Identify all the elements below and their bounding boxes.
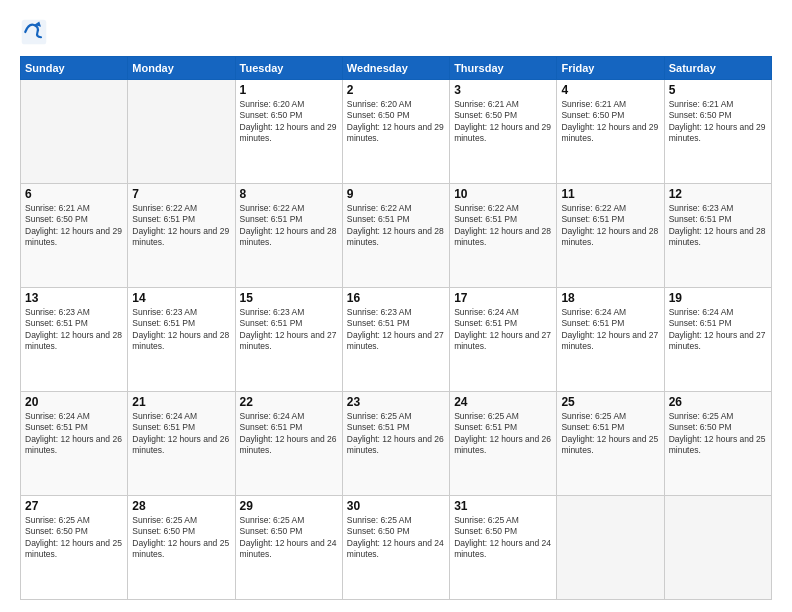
day-info: Sunrise: 6:25 AMSunset: 6:50 PMDaylight:… [240, 515, 338, 561]
day-info: Sunrise: 6:23 AMSunset: 6:51 PMDaylight:… [132, 307, 230, 353]
calendar-cell: 18Sunrise: 6:24 AMSunset: 6:51 PMDayligh… [557, 288, 664, 392]
day-header-friday: Friday [557, 57, 664, 80]
calendar-cell: 28Sunrise: 6:25 AMSunset: 6:50 PMDayligh… [128, 496, 235, 600]
day-number: 26 [669, 395, 767, 409]
calendar-cell: 3Sunrise: 6:21 AMSunset: 6:50 PMDaylight… [450, 80, 557, 184]
calendar-cell [128, 80, 235, 184]
day-number: 25 [561, 395, 659, 409]
day-info: Sunrise: 6:25 AMSunset: 6:50 PMDaylight:… [132, 515, 230, 561]
day-info: Sunrise: 6:23 AMSunset: 6:51 PMDaylight:… [240, 307, 338, 353]
calendar-cell: 27Sunrise: 6:25 AMSunset: 6:50 PMDayligh… [21, 496, 128, 600]
calendar-header-row: SundayMondayTuesdayWednesdayThursdayFrid… [21, 57, 772, 80]
day-header-wednesday: Wednesday [342, 57, 449, 80]
day-info: Sunrise: 6:24 AMSunset: 6:51 PMDaylight:… [454, 307, 552, 353]
day-number: 11 [561, 187, 659, 201]
calendar-cell: 25Sunrise: 6:25 AMSunset: 6:51 PMDayligh… [557, 392, 664, 496]
day-info: Sunrise: 6:24 AMSunset: 6:51 PMDaylight:… [669, 307, 767, 353]
day-header-sunday: Sunday [21, 57, 128, 80]
day-info: Sunrise: 6:24 AMSunset: 6:51 PMDaylight:… [25, 411, 123, 457]
day-info: Sunrise: 6:24 AMSunset: 6:51 PMDaylight:… [132, 411, 230, 457]
day-info: Sunrise: 6:22 AMSunset: 6:51 PMDaylight:… [561, 203, 659, 249]
calendar-cell [557, 496, 664, 600]
day-number: 6 [25, 187, 123, 201]
calendar-cell: 17Sunrise: 6:24 AMSunset: 6:51 PMDayligh… [450, 288, 557, 392]
day-number: 27 [25, 499, 123, 513]
day-number: 24 [454, 395, 552, 409]
calendar-cell: 26Sunrise: 6:25 AMSunset: 6:50 PMDayligh… [664, 392, 771, 496]
calendar-cell: 29Sunrise: 6:25 AMSunset: 6:50 PMDayligh… [235, 496, 342, 600]
calendar-cell: 20Sunrise: 6:24 AMSunset: 6:51 PMDayligh… [21, 392, 128, 496]
day-info: Sunrise: 6:20 AMSunset: 6:50 PMDaylight:… [347, 99, 445, 145]
day-info: Sunrise: 6:25 AMSunset: 6:50 PMDaylight:… [454, 515, 552, 561]
day-number: 9 [347, 187, 445, 201]
day-info: Sunrise: 6:25 AMSunset: 6:51 PMDaylight:… [454, 411, 552, 457]
calendar-cell [21, 80, 128, 184]
day-number: 28 [132, 499, 230, 513]
day-number: 5 [669, 83, 767, 97]
calendar-cell: 10Sunrise: 6:22 AMSunset: 6:51 PMDayligh… [450, 184, 557, 288]
page: SundayMondayTuesdayWednesdayThursdayFrid… [0, 0, 792, 612]
calendar-cell: 22Sunrise: 6:24 AMSunset: 6:51 PMDayligh… [235, 392, 342, 496]
day-number: 29 [240, 499, 338, 513]
calendar-cell: 23Sunrise: 6:25 AMSunset: 6:51 PMDayligh… [342, 392, 449, 496]
day-info: Sunrise: 6:23 AMSunset: 6:51 PMDaylight:… [347, 307, 445, 353]
calendar-cell: 5Sunrise: 6:21 AMSunset: 6:50 PMDaylight… [664, 80, 771, 184]
calendar-cell [664, 496, 771, 600]
day-number: 21 [132, 395, 230, 409]
day-number: 12 [669, 187, 767, 201]
week-row-4: 20Sunrise: 6:24 AMSunset: 6:51 PMDayligh… [21, 392, 772, 496]
calendar-cell: 14Sunrise: 6:23 AMSunset: 6:51 PMDayligh… [128, 288, 235, 392]
day-info: Sunrise: 6:22 AMSunset: 6:51 PMDaylight:… [454, 203, 552, 249]
calendar-cell: 24Sunrise: 6:25 AMSunset: 6:51 PMDayligh… [450, 392, 557, 496]
calendar-table: SundayMondayTuesdayWednesdayThursdayFrid… [20, 56, 772, 600]
day-number: 14 [132, 291, 230, 305]
day-info: Sunrise: 6:21 AMSunset: 6:50 PMDaylight:… [25, 203, 123, 249]
day-number: 13 [25, 291, 123, 305]
day-number: 19 [669, 291, 767, 305]
day-number: 1 [240, 83, 338, 97]
day-info: Sunrise: 6:24 AMSunset: 6:51 PMDaylight:… [240, 411, 338, 457]
calendar-cell: 11Sunrise: 6:22 AMSunset: 6:51 PMDayligh… [557, 184, 664, 288]
week-row-1: 1Sunrise: 6:20 AMSunset: 6:50 PMDaylight… [21, 80, 772, 184]
calendar-cell: 6Sunrise: 6:21 AMSunset: 6:50 PMDaylight… [21, 184, 128, 288]
day-info: Sunrise: 6:23 AMSunset: 6:51 PMDaylight:… [25, 307, 123, 353]
day-info: Sunrise: 6:25 AMSunset: 6:51 PMDaylight:… [561, 411, 659, 457]
day-number: 10 [454, 187, 552, 201]
day-number: 17 [454, 291, 552, 305]
day-number: 30 [347, 499, 445, 513]
week-row-2: 6Sunrise: 6:21 AMSunset: 6:50 PMDaylight… [21, 184, 772, 288]
header [20, 18, 772, 46]
calendar-cell: 4Sunrise: 6:21 AMSunset: 6:50 PMDaylight… [557, 80, 664, 184]
day-number: 3 [454, 83, 552, 97]
day-header-saturday: Saturday [664, 57, 771, 80]
day-info: Sunrise: 6:25 AMSunset: 6:50 PMDaylight:… [347, 515, 445, 561]
day-info: Sunrise: 6:20 AMSunset: 6:50 PMDaylight:… [240, 99, 338, 145]
calendar-cell: 8Sunrise: 6:22 AMSunset: 6:51 PMDaylight… [235, 184, 342, 288]
day-header-monday: Monday [128, 57, 235, 80]
week-row-3: 13Sunrise: 6:23 AMSunset: 6:51 PMDayligh… [21, 288, 772, 392]
day-header-thursday: Thursday [450, 57, 557, 80]
calendar-cell: 7Sunrise: 6:22 AMSunset: 6:51 PMDaylight… [128, 184, 235, 288]
day-number: 7 [132, 187, 230, 201]
day-header-tuesday: Tuesday [235, 57, 342, 80]
calendar-cell: 19Sunrise: 6:24 AMSunset: 6:51 PMDayligh… [664, 288, 771, 392]
day-info: Sunrise: 6:21 AMSunset: 6:50 PMDaylight:… [454, 99, 552, 145]
day-number: 20 [25, 395, 123, 409]
day-info: Sunrise: 6:22 AMSunset: 6:51 PMDaylight:… [240, 203, 338, 249]
day-number: 16 [347, 291, 445, 305]
logo [20, 18, 52, 46]
calendar-cell: 16Sunrise: 6:23 AMSunset: 6:51 PMDayligh… [342, 288, 449, 392]
day-number: 8 [240, 187, 338, 201]
calendar-cell: 9Sunrise: 6:22 AMSunset: 6:51 PMDaylight… [342, 184, 449, 288]
day-info: Sunrise: 6:23 AMSunset: 6:51 PMDaylight:… [669, 203, 767, 249]
day-number: 22 [240, 395, 338, 409]
day-info: Sunrise: 6:22 AMSunset: 6:51 PMDaylight:… [132, 203, 230, 249]
day-info: Sunrise: 6:22 AMSunset: 6:51 PMDaylight:… [347, 203, 445, 249]
week-row-5: 27Sunrise: 6:25 AMSunset: 6:50 PMDayligh… [21, 496, 772, 600]
day-info: Sunrise: 6:25 AMSunset: 6:50 PMDaylight:… [669, 411, 767, 457]
day-info: Sunrise: 6:25 AMSunset: 6:51 PMDaylight:… [347, 411, 445, 457]
day-info: Sunrise: 6:21 AMSunset: 6:50 PMDaylight:… [669, 99, 767, 145]
calendar-cell: 12Sunrise: 6:23 AMSunset: 6:51 PMDayligh… [664, 184, 771, 288]
calendar-cell: 1Sunrise: 6:20 AMSunset: 6:50 PMDaylight… [235, 80, 342, 184]
calendar-cell: 13Sunrise: 6:23 AMSunset: 6:51 PMDayligh… [21, 288, 128, 392]
